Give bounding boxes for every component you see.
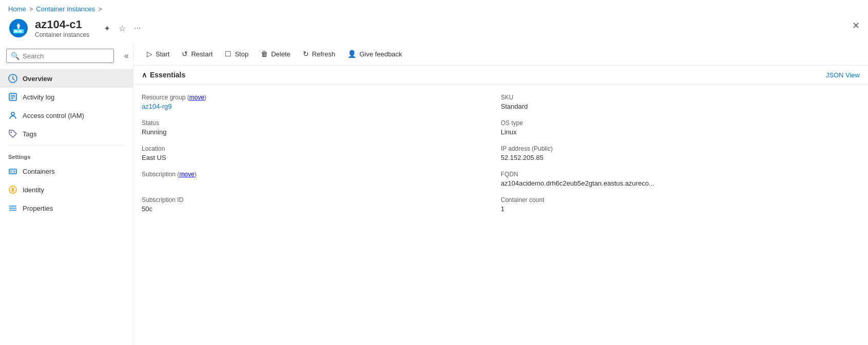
sidebar-item-activity-log[interactable]: Activity log — [0, 88, 133, 106]
ip-address-value: 52.152.205.85 — [501, 154, 852, 161]
properties-label: Properties — [23, 205, 53, 212]
more-options-button[interactable]: ··· — [132, 22, 143, 35]
essentials-container-count: Container count 1 — [501, 191, 860, 217]
location-label: Location — [142, 145, 493, 152]
essentials-subscription: Subscription (move) — [142, 166, 501, 191]
resource-group-move-link[interactable]: move — [189, 94, 204, 101]
favorite-button[interactable]: ☆ — [117, 22, 128, 35]
ip-address-label: IP address (Public) — [501, 145, 852, 152]
svg-rect-17 — [11, 189, 14, 192]
resource-group-label: Resource group (move) — [142, 94, 493, 101]
resource-icon — [8, 18, 29, 38]
essentials-fqdn: FQDN az104acidemo.drh6c2eub5e2gtan.eastu… — [501, 166, 860, 191]
essentials-status: Status Running — [142, 114, 501, 140]
subscription-move-link[interactable]: move — [179, 171, 194, 178]
svg-rect-2 — [14, 30, 17, 32]
resource-name: az104-c1 — [35, 18, 89, 31]
container-count-label: Container count — [501, 196, 852, 204]
pin-button[interactable]: ✦ — [102, 22, 112, 35]
delete-icon: 🗑 — [261, 50, 268, 58]
restart-icon: ↺ — [182, 50, 188, 58]
refresh-icon: ↻ — [303, 50, 309, 58]
identity-label: Identity — [23, 186, 44, 194]
breadcrumb-sep2: > — [98, 5, 102, 13]
stop-button[interactable]: ☐ Stop — [220, 47, 254, 61]
resource-type: Container instances — [35, 31, 89, 38]
svg-point-12 — [11, 132, 12, 133]
delete-button[interactable]: 🗑 Delete — [256, 47, 296, 61]
svg-rect-15 — [13, 170, 15, 173]
tags-icon — [8, 129, 17, 138]
essentials-os-type: OS type Linux — [501, 114, 860, 140]
refresh-button[interactable]: ↻ Refresh — [298, 47, 341, 61]
status-label: Status — [142, 119, 493, 127]
subscription-label: Subscription (move) — [142, 171, 493, 178]
subscription-id-value: 50c — [142, 205, 493, 213]
resource-group-link[interactable]: az104-rg9 — [142, 103, 172, 110]
essentials-panel: ∧ Essentials JSON View Resource group (m… — [133, 66, 868, 345]
restart-button[interactable]: ↺ Restart — [177, 47, 218, 61]
header-title-block: az104-c1 Container instances — [35, 18, 89, 38]
essentials-title: ∧ Essentials — [142, 71, 185, 79]
containers-label: Containers — [23, 168, 55, 175]
subscription-id-label: Subscription ID — [142, 196, 493, 204]
json-view-link[interactable]: JSON View — [826, 71, 860, 79]
os-type-label: OS type — [501, 119, 852, 127]
overview-icon — [8, 74, 17, 83]
feedback-button[interactable]: 👤 Give feedback — [342, 47, 407, 61]
breadcrumb-container-instances[interactable]: Container instances — [36, 5, 95, 13]
location-value: East US — [142, 154, 493, 161]
identity-icon — [8, 185, 17, 194]
main-content: ▷ Start ↺ Restart ☐ Stop 🗑 Delete ↻ Refr… — [133, 43, 868, 345]
stop-label: Stop — [235, 50, 248, 58]
sidebar-item-overview[interactable]: Overview — [0, 69, 133, 88]
fqdn-value: az104acidemo.drh6c2eub5e2gtan.eastus.azu… — [501, 179, 852, 187]
status-value: Running — [142, 128, 493, 136]
search-icon: 🔍 — [11, 52, 20, 60]
start-icon: ▷ — [147, 50, 152, 58]
main-layout: 🔍 « Overview Activity log — [0, 43, 868, 345]
close-button[interactable]: ✕ — [852, 20, 860, 31]
container-count-value: 1 — [501, 205, 852, 213]
search-input[interactable] — [23, 52, 109, 60]
sidebar-item-access-control[interactable]: Access control (IAM) — [0, 106, 133, 125]
svg-point-11 — [11, 112, 14, 115]
breadcrumb: Home > Container instances > — [0, 0, 868, 16]
sidebar-item-properties[interactable]: Properties — [0, 199, 133, 217]
resource-group-value: az104-rg9 — [142, 103, 493, 110]
svg-rect-14 — [10, 170, 12, 173]
access-control-icon — [8, 111, 17, 120]
start-label: Start — [156, 50, 169, 58]
properties-icon — [8, 204, 17, 213]
sku-label: SKU — [501, 94, 852, 101]
activity-log-icon — [8, 92, 17, 102]
sku-value: Standard — [501, 103, 852, 110]
collapse-essentials-icon[interactable]: ∧ — [142, 71, 147, 79]
svg-rect-4 — [17, 26, 20, 29]
search-container: 🔍 — [6, 49, 114, 63]
start-button[interactable]: ▷ Start — [142, 47, 175, 61]
feedback-icon: 👤 — [348, 50, 356, 58]
feedback-label: Give feedback — [359, 50, 402, 58]
containers-icon — [8, 167, 17, 176]
sidebar-nav: Overview Activity log Access control (IA… — [0, 69, 133, 345]
nav-divider — [8, 145, 125, 146]
svg-rect-3 — [18, 30, 22, 32]
collapse-sidebar-button[interactable]: « — [120, 49, 133, 63]
sidebar-item-tags[interactable]: Tags — [0, 125, 133, 143]
overview-label: Overview — [23, 75, 52, 83]
essentials-sku: SKU Standard — [501, 89, 860, 114]
essentials-subscription-id: Subscription ID 50c — [142, 191, 501, 217]
breadcrumb-sep1: > — [29, 5, 33, 13]
essentials-ip-address: IP address (Public) 52.152.205.85 — [501, 140, 860, 166]
sidebar-item-identity[interactable]: Identity — [0, 180, 133, 199]
sidebar-item-containers[interactable]: Containers — [0, 162, 133, 180]
breadcrumb-home[interactable]: Home — [8, 5, 26, 13]
sidebar: 🔍 « Overview Activity log — [0, 43, 133, 345]
os-type-value: Linux — [501, 128, 852, 136]
activity-log-label: Activity log — [23, 93, 54, 101]
delete-label: Delete — [271, 50, 291, 58]
settings-section-label: Settings — [0, 148, 133, 162]
page-header: az104-c1 Container instances ✦ ☆ ··· ✕ — [0, 16, 868, 43]
header-actions: ✦ ☆ ··· — [102, 22, 143, 35]
